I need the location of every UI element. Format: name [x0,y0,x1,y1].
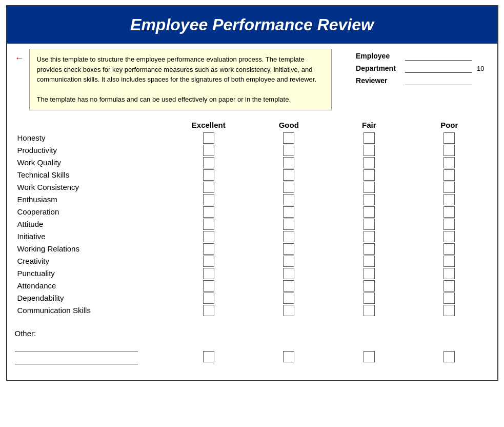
checkbox-good-cooperation[interactable] [283,206,294,218]
checkbox-excellent-technical-skills[interactable] [203,169,214,181]
checkbox-fair-attendance[interactable] [364,280,375,292]
info-section: ← Use this template to structure the emp… [7,44,497,115]
checkbox-fair-work-quality[interactable] [364,157,375,168]
checkbox-excellent-productivity[interactable] [203,145,214,156]
checkbox-excellent-honesty[interactable] [203,132,214,144]
checkbox-poor-punctuality[interactable] [443,268,455,279]
checkbox-fair-dependability[interactable] [364,293,375,304]
checkbox-cell [329,256,410,267]
checkbox-good-initiative[interactable] [283,231,294,242]
checkbox-cell [169,219,249,230]
checkbox-poor-productivity[interactable] [443,145,455,156]
checkbox-good-creativity[interactable] [283,256,294,267]
checkbox-cell [249,305,329,316]
col-poor: Poor [409,121,490,129]
other-lines-col [15,343,169,364]
checkbox-good-punctuality[interactable] [283,268,294,279]
checkbox-good-technical-skills[interactable] [283,169,294,181]
checkbox-fair-punctuality[interactable] [364,268,375,279]
checkbox-poor-attendance[interactable] [443,280,455,292]
checkbox-poor-initiative[interactable] [443,231,455,242]
checkbox-poor-other[interactable] [443,351,455,362]
checkbox-fair-productivity[interactable] [364,145,375,156]
checkbox-cell [169,182,249,193]
checkbox-fair-cooperation[interactable] [364,206,375,218]
checkbox-cell [169,243,249,255]
checkbox-good-attitude[interactable] [283,219,294,230]
checkbox-good-productivity[interactable] [283,145,294,156]
checkbox-poor-attitude[interactable] [443,219,455,230]
checkbox-poor-enthusiasm[interactable] [443,194,455,205]
checkbox-cell [329,231,410,242]
checkbox-poor-communication-skills[interactable] [443,305,455,316]
checkbox-excellent-creativity[interactable] [203,256,214,267]
table-row: Technical Skills [15,169,490,181]
checkbox-fair-honesty[interactable] [364,132,375,144]
table-row: Attendance [15,280,490,292]
checkbox-poor-technical-skills[interactable] [443,169,455,181]
checkbox-cell [329,182,410,193]
checkbox-good-communication-skills[interactable] [283,305,294,316]
checkbox-fair-initiative[interactable] [364,231,375,242]
checkbox-cell [249,194,329,205]
col-good: Good [249,121,329,129]
department-input[interactable] [405,64,472,73]
checkbox-good-work-quality[interactable] [283,157,294,168]
page-title: Employee Performance Review [7,6,497,44]
checkbox-good-enthusiasm[interactable] [283,194,294,205]
checkbox-poor-work-consistency[interactable] [443,182,455,193]
checkbox-fair-other[interactable] [364,351,375,362]
checkbox-cell [249,182,329,193]
employee-input[interactable] [405,51,472,61]
checkbox-good-dependability[interactable] [283,293,294,304]
checkbox-fair-attitude[interactable] [364,219,375,230]
checkbox-cell [329,243,410,255]
checkbox-poor-honesty[interactable] [443,132,455,144]
checkbox-poor-working-relations[interactable] [443,243,455,255]
checkbox-cell [329,280,410,292]
reviewer-label: Reviewer [356,76,402,85]
table-row: Work Consistency [15,182,490,193]
checkbox-poor-dependability[interactable] [443,293,455,304]
table-row: Attitude [15,219,490,230]
checkbox-excellent-working-relations[interactable] [203,243,214,255]
other-line-2[interactable] [15,355,138,364]
checkbox-cell [249,206,329,218]
checkbox-good-work-consistency[interactable] [283,182,294,193]
checkbox-good-honesty[interactable] [283,132,294,144]
other-label: Other: [15,329,490,338]
checkbox-cell [409,194,490,205]
checkbox-poor-creativity[interactable] [443,256,455,267]
checkbox-excellent-work-consistency[interactable] [203,182,214,193]
checkbox-excellent-work-quality[interactable] [203,157,214,168]
checkbox-excellent-communication-skills[interactable] [203,305,214,316]
other-line-1[interactable] [15,343,138,352]
reviewer-input[interactable] [405,76,472,85]
checkbox-poor-work-quality[interactable] [443,157,455,168]
checkbox-excellent-attendance[interactable] [203,280,214,292]
checkbox-poor-cooperation[interactable] [443,206,455,218]
checkbox-cell [169,132,249,144]
checkbox-good-working-relations[interactable] [283,243,294,255]
checkbox-fair-communication-skills[interactable] [364,305,375,316]
checkbox-good-other[interactable] [283,351,294,362]
checkbox-cell [409,256,490,267]
tooltip-text: Use this template to structure the emplo… [37,55,317,83]
checkbox-excellent-dependability[interactable] [203,293,214,304]
checkbox-excellent-cooperation[interactable] [203,206,214,218]
checkbox-good-attendance[interactable] [283,280,294,292]
checkbox-fair-creativity[interactable] [364,256,375,267]
checkbox-fair-working-relations[interactable] [364,243,375,255]
checkbox-excellent-other[interactable] [203,351,214,362]
checkbox-excellent-enthusiasm[interactable] [203,194,214,205]
employee-label: Employee [356,52,402,60]
checkbox-excellent-attitude[interactable] [203,219,214,230]
checkbox-fair-enthusiasm[interactable] [364,194,375,205]
checkbox-cell [169,169,249,181]
checkbox-excellent-initiative[interactable] [203,231,214,242]
checkbox-fair-work-consistency[interactable] [364,182,375,193]
checkbox-fair-technical-skills[interactable] [364,169,375,181]
other-checkbox-cell [409,351,490,364]
checkbox-excellent-punctuality[interactable] [203,268,214,279]
checkbox-cell [169,256,249,267]
